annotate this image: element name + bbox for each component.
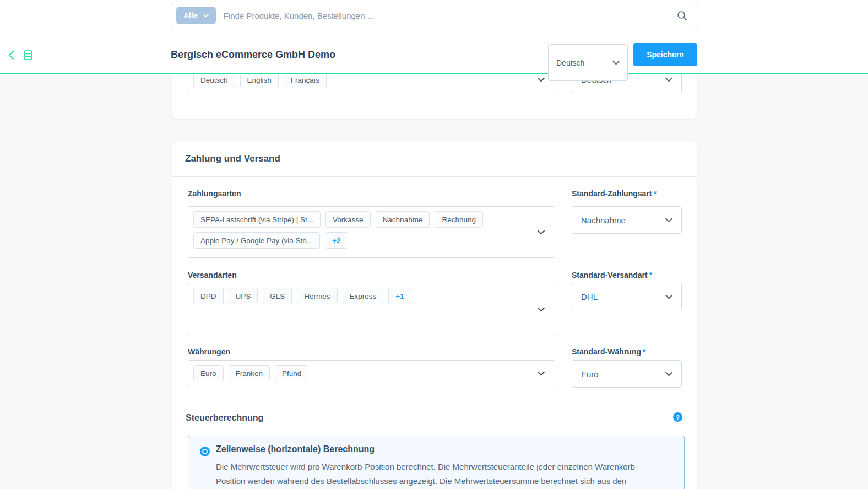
page-title: Bergisch eCommerce GmbH Demo: [171, 36, 335, 73]
shipping-methods-label: Versandarten: [188, 271, 237, 280]
content-language-value: Deutsch: [556, 58, 584, 67]
required-mark: *: [653, 189, 656, 198]
tag[interactable]: Nachnahme: [376, 211, 430, 228]
card-title: Zahlung und Versand: [172, 141, 697, 177]
chevron-down-icon: [665, 77, 672, 82]
top-search-bar: Alle ?: [0, 0, 868, 36]
default-shipping-value: DHL: [581, 292, 598, 302]
required-mark: *: [649, 271, 652, 280]
shipping-methods-multiselect[interactable]: DPDUPSGLSHermesExpress +1: [188, 283, 555, 335]
chevron-down-icon: [665, 218, 672, 223]
search-filter-label: Alle: [183, 11, 198, 20]
search-filter-button[interactable]: Alle: [176, 7, 216, 24]
chevron-down-icon: [665, 294, 672, 299]
tag[interactable]: GLS: [263, 288, 292, 304]
sales-channel-stack-icon[interactable]: [22, 49, 34, 63]
tax-option-horizontal[interactable]: Zeilenweise (horizontale) Berechnung Die…: [188, 436, 685, 489]
radio-selected[interactable]: [200, 447, 210, 456]
currencies-label: Währungen: [188, 347, 230, 356]
tag[interactable]: Apple Pay / Google Pay (via Stri...: [193, 232, 320, 249]
payment-methods-multiselect[interactable]: SEPA-Lastschrift (via Stripe) | St...Vor…: [188, 206, 555, 258]
payment-methods-label: Zahlungsarten: [188, 189, 241, 198]
more-payments-tag[interactable]: +2: [325, 232, 348, 249]
tax-option-description: Die Mehrwertsteuer wird pro Warenkorb-Po…: [216, 460, 662, 489]
help-icon[interactable]: ?: [673, 412, 682, 422]
tax-calculation-heading: Steuerberechnung: [186, 413, 263, 423]
tag[interactable]: Vorkasse: [326, 211, 371, 228]
chevron-down-icon[interactable]: [538, 74, 545, 84]
search-icon[interactable]: [676, 10, 688, 24]
chevron-down-icon[interactable]: [538, 368, 545, 378]
default-shipping-label: Standard-Versandart*: [572, 271, 652, 280]
chevron-down-icon: [612, 60, 620, 65]
default-currency-value: Euro: [581, 369, 599, 379]
tag[interactable]: UPS: [229, 288, 258, 304]
back-chevron-icon[interactable]: [7, 50, 17, 63]
tag[interactable]: Express: [343, 288, 384, 304]
tag[interactable]: Franken: [229, 365, 270, 381]
tag[interactable]: Rechnung: [435, 211, 483, 228]
default-payment-value: Nachnahme: [581, 216, 626, 225]
search-input[interactable]: [224, 11, 697, 20]
required-mark: *: [643, 347, 645, 356]
default-payment-label: Standard-Zahlungsart*: [572, 189, 657, 198]
payment-shipping-card: Zahlung und Versand Zahlungsarten SEPA-L…: [172, 141, 697, 489]
tag[interactable]: Hermes: [297, 288, 337, 304]
default-payment-select[interactable]: Nachnahme: [572, 206, 682, 234]
chevron-down-icon[interactable]: [538, 227, 545, 237]
currencies-multiselect[interactable]: EuroFrankenPfund: [188, 360, 555, 386]
default-shipping-select[interactable]: DHL: [572, 283, 682, 310]
content-language-select[interactable]: Deutsch: [548, 44, 628, 81]
chevron-down-icon: [665, 372, 672, 377]
default-currency-select[interactable]: Euro: [572, 360, 682, 388]
tag[interactable]: Pfund: [275, 365, 308, 381]
default-currency-label: Standard-Währung*: [572, 347, 645, 356]
save-button[interactable]: Speichern: [633, 43, 697, 66]
chevron-down-icon: [203, 13, 209, 18]
tag[interactable]: SEPA-Lastschrift (via Stripe) | St...: [193, 211, 321, 228]
more-shipping-tag[interactable]: +1: [388, 288, 411, 304]
tax-option-title: Zeilenweise (horizontale) Berechnung: [216, 444, 375, 454]
page-header: Bergisch eCommerce GmbH Demo Deutsch Spe…: [0, 36, 868, 74]
tag[interactable]: DPD: [193, 288, 224, 304]
tag[interactable]: Euro: [193, 365, 224, 381]
chevron-down-icon[interactable]: [538, 304, 545, 314]
global-search-box[interactable]: Alle: [171, 3, 697, 28]
